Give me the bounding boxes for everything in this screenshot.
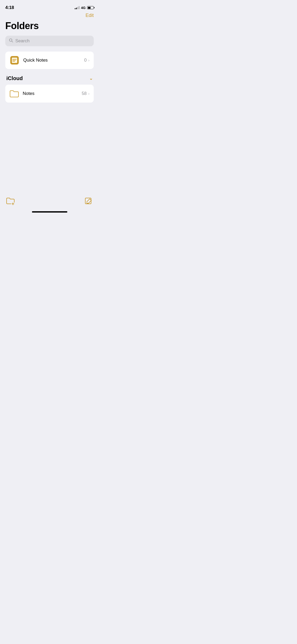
compose-icon bbox=[85, 197, 93, 205]
new-folder-icon bbox=[6, 197, 15, 206]
quick-notes-icon-container bbox=[10, 55, 20, 65]
search-placeholder: Search bbox=[15, 38, 30, 44]
quick-notes-icon bbox=[10, 56, 19, 65]
icloud-header: iCloud ⌄ bbox=[5, 75, 94, 85]
edit-button[interactable]: Edit bbox=[86, 13, 94, 18]
search-container: Search bbox=[0, 36, 99, 52]
svg-rect-10 bbox=[85, 198, 91, 204]
battery-icon bbox=[87, 6, 94, 9]
folder-icon bbox=[10, 90, 19, 98]
compose-button[interactable] bbox=[85, 197, 93, 205]
signal-bar-1 bbox=[75, 8, 76, 9]
notes-count: 58 bbox=[82, 91, 87, 96]
new-folder-button[interactable] bbox=[6, 197, 15, 206]
svg-line-1 bbox=[12, 41, 13, 42]
notes-label: Notes bbox=[23, 91, 82, 96]
quick-notes-chevron: › bbox=[88, 58, 89, 62]
search-icon bbox=[9, 38, 13, 44]
notes-folder-row[interactable]: Notes 58 › bbox=[5, 85, 94, 103]
nav-bar: Edit bbox=[0, 12, 99, 20]
quick-notes-row[interactable]: Quick Notes 0 › bbox=[5, 52, 94, 69]
notes-folder-icon-container bbox=[10, 89, 19, 98]
notes-chevron: › bbox=[88, 91, 89, 96]
quick-notes-section: Quick Notes 0 › bbox=[0, 52, 99, 75]
search-bar[interactable]: Search bbox=[5, 36, 94, 46]
home-indicator bbox=[32, 211, 67, 213]
signal-bar-2 bbox=[76, 8, 77, 9]
icloud-section: iCloud ⌄ Notes 58 › bbox=[0, 75, 99, 103]
status-bar: 4:18 4G bbox=[0, 0, 99, 12]
signal-bar-3 bbox=[77, 7, 78, 9]
signal-bars bbox=[75, 6, 79, 9]
status-right: 4G bbox=[75, 6, 94, 10]
signal-bar-4 bbox=[79, 6, 79, 9]
icloud-chevron-icon[interactable]: ⌄ bbox=[89, 76, 93, 81]
quick-notes-label: Quick Notes bbox=[23, 58, 84, 63]
page-title: Folders bbox=[0, 20, 99, 36]
network-label: 4G bbox=[81, 6, 86, 10]
quick-notes-count: 0 bbox=[84, 58, 87, 63]
status-time: 4:18 bbox=[5, 5, 14, 10]
icloud-title: iCloud bbox=[6, 75, 23, 81]
